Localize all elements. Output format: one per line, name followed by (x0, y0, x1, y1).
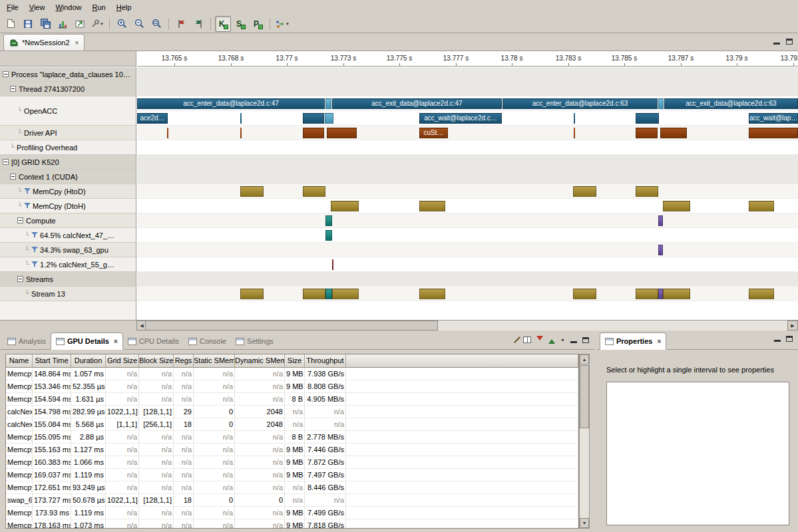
interval-bar[interactable] (663, 201, 690, 211)
interval-bar[interactable] (658, 289, 663, 299)
interval-bar[interactable] (658, 98, 664, 109)
interval-bar[interactable] (240, 128, 242, 138)
zoom-in-button[interactable] (114, 16, 130, 32)
tree-row-compute[interactable]: Compute (0, 213, 136, 228)
interval-bar[interactable] (636, 128, 658, 138)
minimize-icon[interactable] (774, 340, 781, 342)
interval-bar[interactable] (303, 113, 324, 124)
tab-settings[interactable]: Settings (231, 333, 278, 349)
interval-bar[interactable] (749, 128, 798, 138)
column-header-dynamic-smem[interactable]: Dynamic SMem (235, 354, 285, 368)
column-header-regs[interactable]: Regs (174, 354, 194, 368)
interval-bar[interactable] (749, 201, 774, 211)
table-row[interactable]: Memcpy172.651 ms93.249 µsn/an/an/an/an/a… (6, 481, 578, 494)
tree-row-memcpy-htod[interactable]: └MemCpy (HtoD) (0, 184, 136, 199)
marker-forward-button[interactable] (173, 16, 189, 32)
interval-bar[interactable] (658, 245, 663, 255)
interval-bar[interactable] (419, 201, 445, 211)
interval-bar[interactable] (663, 289, 690, 299)
column-header-grid-size[interactable]: Grid Size (106, 354, 139, 368)
interval-bar[interactable] (325, 230, 332, 241)
interval-bar[interactable] (325, 289, 332, 299)
interval-bar[interactable] (303, 128, 324, 138)
scrollbar-thumb[interactable] (145, 321, 438, 331)
table-vertical-scrollbar[interactable]: ▲ ▼ (579, 354, 590, 529)
interval-bar[interactable] (749, 289, 774, 299)
interval-bar[interactable] (636, 113, 659, 124)
tree-row-streams[interactable]: Streams (0, 272, 136, 287)
interval-bar[interactable]: ace2d… (137, 113, 168, 124)
table-row[interactable]: Memcpy153.346 ms52.355 µsn/an/an/an/an/a… (6, 380, 578, 393)
tree-row-thread-2741307200[interactable]: Thread 2741307200 (0, 82, 136, 96)
interval-bar[interactable] (327, 128, 357, 138)
export-report-button[interactable] (72, 16, 88, 32)
table-row[interactable]: Memcpy173.93 ms1.119 msn/an/an/an/an/a9 … (6, 507, 578, 519)
column-header-start-time[interactable]: Start Time (33, 354, 71, 368)
tree-row-driver-api[interactable]: └Driver API (0, 126, 136, 140)
zoom-fit-button[interactable] (148, 16, 164, 32)
menu-file[interactable]: File (1, 1, 24, 13)
collapse-toggle-icon[interactable] (3, 71, 9, 77)
interval-bar[interactable] (325, 98, 331, 109)
minimize-icon[interactable] (570, 341, 577, 343)
interval-bar[interactable] (332, 259, 333, 270)
table-row[interactable]: Memcpy148.864 ms1.057 msn/an/an/an/an/a9… (6, 368, 578, 380)
toggle-p-button[interactable]: P (250, 16, 266, 32)
tree-row-64-5-calcnext-47[interactable]: └64.5% calcNext_47_… (0, 228, 136, 243)
interval-bar[interactable] (325, 215, 332, 226)
break-pencil-icon[interactable] (516, 336, 518, 344)
interval-bar[interactable] (303, 186, 325, 197)
interval-bar[interactable] (303, 289, 325, 299)
tree-row-0-grid-k520[interactable]: [0] GRID K520 (0, 155, 136, 170)
table-row[interactable]: Memcpy154.594 ms1.631 µsn/an/an/an/an/a8… (6, 393, 578, 406)
interval-bar[interactable] (419, 289, 445, 299)
column-header-static-smem[interactable]: Static SMem (194, 354, 235, 368)
scroll-up-icon[interactable]: ▲ (580, 354, 589, 364)
table-row[interactable]: Memcpy178.163 ms1.073 msn/an/an/an/an/a9… (6, 519, 578, 529)
tab-newsession2[interactable]: *NewSession2 × (3, 34, 85, 51)
scrollbar-thumb[interactable] (580, 365, 589, 428)
interval-bar[interactable] (636, 186, 658, 197)
interval-bar[interactable] (331, 201, 359, 211)
interval-bar[interactable] (573, 289, 596, 299)
toggle-k-button[interactable]: K (215, 16, 231, 32)
timeline-horizontal-scrollbar[interactable]: ◀ ▶ (136, 320, 798, 331)
interval-bar[interactable]: acc_exit_data@laplace2d.c:63 (664, 98, 798, 109)
tab-cpu-details[interactable]: CPU Details (123, 333, 184, 349)
column-header-block-size[interactable]: Block Size (139, 354, 174, 368)
tree-row-1-2-calcnext-55-g[interactable]: └1.2% calcNext_55_g… (0, 257, 136, 272)
interval-bar[interactable]: acc_wait@lap… (749, 113, 798, 124)
menu-window[interactable]: Window (50, 1, 87, 13)
new-session-button[interactable] (3, 16, 19, 32)
column-header-throughput[interactable]: Throughput (305, 354, 346, 368)
view-menu-icon[interactable]: ▼ (560, 338, 565, 342)
interval-bar[interactable]: cuSt… (419, 128, 448, 138)
chart-button[interactable] (55, 16, 71, 32)
interval-bar[interactable] (573, 186, 596, 197)
interval-bar[interactable]: acc_exit_data@laplace2d.c:47 (332, 98, 502, 109)
tab-analysis[interactable]: Analysis (3, 333, 51, 349)
column-header-name[interactable]: Name (6, 354, 33, 368)
table-row[interactable]: Memcpy155.163 ms1.127 msn/an/an/an/an/a9… (6, 444, 578, 456)
tree-row-openacc[interactable]: └OpenACC (0, 96, 136, 126)
close-icon[interactable]: × (75, 39, 79, 47)
marker-back-button[interactable] (190, 16, 206, 32)
zoom-out-button[interactable] (131, 16, 147, 32)
table-row[interactable]: Memcpy160.383 ms1.066 msn/an/an/an/an/a9… (6, 456, 578, 469)
collapse-toggle-icon[interactable] (17, 276, 23, 282)
tools-dropdown-button[interactable]: ▼ (89, 16, 105, 32)
tab-gpu-details[interactable]: GPU Details× (51, 332, 123, 350)
close-icon[interactable]: × (657, 338, 661, 345)
tree-row-memcpy-dtoh[interactable]: └MemCpy (DtoH) (0, 199, 136, 213)
interval-bar[interactable] (636, 289, 658, 299)
scroll-down-icon[interactable]: ▼ (580, 518, 589, 528)
menu-help[interactable]: Help (111, 1, 137, 13)
collapse-toggle-icon[interactable] (3, 159, 9, 165)
interval-bar[interactable]: acc_enter_data@laplace2d.c:47 (137, 98, 325, 109)
save-button[interactable] (20, 16, 36, 32)
layout-icon[interactable] (523, 336, 531, 343)
toggle-s-button[interactable]: S (232, 16, 248, 32)
collapse-toggle-icon[interactable] (17, 217, 23, 223)
interval-bar[interactable] (240, 113, 242, 124)
interval-bar[interactable] (240, 186, 264, 197)
